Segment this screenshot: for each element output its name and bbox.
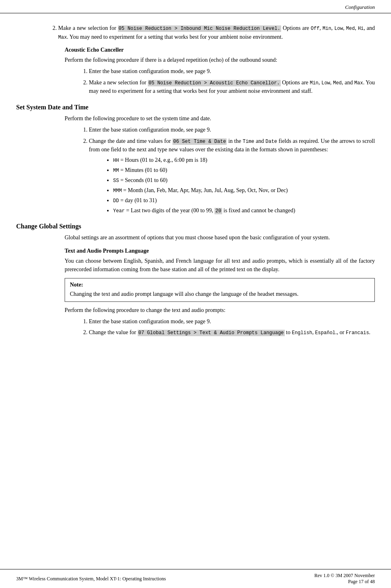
note-text: Changing the text and audio prompt langu… bbox=[70, 290, 370, 298]
text-audio-step2-text: to bbox=[286, 329, 290, 335]
text-audio-espanol: Español bbox=[315, 330, 335, 336]
intro-step2-low: Low bbox=[334, 26, 343, 31]
intro-step2-hi: Hi bbox=[358, 26, 364, 31]
note-box: Note: Changing the text and audio prompt… bbox=[65, 278, 375, 302]
main-content: Make a new selection for 05 Noise Reduct… bbox=[0, 13, 391, 372]
datetime-list: Enter the base station configuration mod… bbox=[81, 126, 375, 215]
datetime-step1: Enter the base station configuration mod… bbox=[89, 126, 375, 134]
datetime-time: Time bbox=[243, 139, 254, 144]
footer-rev: Rev 1.0 © 3M 2007 November bbox=[314, 573, 375, 579]
footer-left: 3M™ Wireless Communication System, Model… bbox=[16, 576, 166, 582]
page-container: Configuration Make a new selection for 0… bbox=[0, 0, 391, 588]
page-footer: 3M™ Wireless Communication System, Model… bbox=[0, 569, 391, 588]
note-title: Note: bbox=[70, 282, 370, 288]
acoustic-med: Med bbox=[333, 80, 342, 86]
acoustic-step2-intro: Make a new selection for bbox=[89, 80, 146, 86]
bullet-year: Year = Last two digits of the year (00 t… bbox=[113, 206, 375, 215]
text-audio-step2: Change the value for 07 Global Settings … bbox=[89, 328, 375, 337]
text-audio-english: English bbox=[292, 330, 312, 336]
year-fixed: 20 bbox=[214, 208, 222, 214]
datetime-and: and bbox=[256, 138, 264, 144]
bullet-dd: DD = day (01 to 31) bbox=[113, 196, 375, 205]
datetime-para: Perform the following procedure to set t… bbox=[65, 114, 375, 123]
bullet-mmm: MMM = Month (Jan, Feb, Mar, Apr, May, Ju… bbox=[113, 186, 375, 195]
datetime-step2-code: 06 Set Time & Date bbox=[172, 138, 227, 145]
global-heading: Change Global Settings bbox=[16, 223, 375, 230]
acoustic-step2-text: Options are bbox=[282, 80, 308, 86]
text-audio-list: Enter the base station configuration mod… bbox=[81, 317, 375, 337]
acoustic-step1: Enter the base station configuration mod… bbox=[89, 67, 375, 76]
global-para: Global settings are an assortment of opt… bbox=[65, 233, 375, 242]
acoustic-step2-code: 05 Noise Reduction > Acoustic Echo Cance… bbox=[148, 80, 281, 86]
datetime-step2-text: in the bbox=[228, 138, 241, 144]
text-audio-para: You can choose between English, Spanish,… bbox=[65, 257, 375, 274]
acoustic-max: Max bbox=[354, 80, 363, 86]
datetime-step2-intro: Change the date and time values for bbox=[89, 138, 171, 144]
acoustic-heading: Acoustic Echo Canceller bbox=[65, 47, 375, 53]
intro-step2-code: 05 Noise Reduction > Inbound Mic Noise R… bbox=[118, 25, 281, 32]
text-audio-para2: Perform the following procedure to chang… bbox=[65, 306, 375, 315]
intro-step2-max: Max bbox=[58, 35, 67, 40]
acoustic-min: Min bbox=[310, 80, 319, 86]
header-title: Configuration bbox=[345, 4, 375, 10]
bullet-ss: SS = Seconds (01 to 60) bbox=[113, 176, 375, 184]
text-audio-or: or bbox=[340, 329, 345, 335]
intro-step2-text1: Make a new selection for bbox=[58, 25, 116, 31]
page-header: Configuration bbox=[0, 0, 391, 13]
text-audio-heading: Text and Audio Prompts Language bbox=[65, 248, 375, 254]
text-audio-step2-intro: Change the value for bbox=[89, 329, 136, 335]
intro-step2-options-label: Options are bbox=[283, 25, 309, 31]
footer-right: Rev 1.0 © 3M 2007 November Page 17 of 48 bbox=[314, 573, 375, 585]
text-audio-francais: Francais bbox=[346, 330, 369, 336]
text-audio-step1: Enter the base station configuration mod… bbox=[89, 317, 375, 326]
intro-step2: Make a new selection for 05 Noise Reduct… bbox=[58, 24, 375, 41]
bullet-hh: HH = Hours (01 to 24, e.g., 6:00 pm is 1… bbox=[113, 156, 375, 164]
datetime-date: Date bbox=[265, 139, 277, 144]
datetime-step2: Change the date and time values for 06 S… bbox=[89, 137, 375, 215]
intro-step2-off: Off bbox=[311, 26, 320, 31]
datetime-heading: Set System Date and Time bbox=[16, 104, 375, 111]
datetime-bullet-list: HH = Hours (01 to 24, e.g., 6:00 pm is 1… bbox=[105, 156, 375, 215]
intro-step2-med: Med bbox=[346, 26, 355, 31]
intro-numbered-list: Make a new selection for 05 Noise Reduct… bbox=[48, 24, 375, 41]
bullet-mm: MM = Minutes (01 to 60) bbox=[113, 166, 375, 174]
intro-step2-min: Min bbox=[323, 26, 332, 31]
acoustic-list: Enter the base station configuration mod… bbox=[81, 67, 375, 96]
acoustic-para: Perform the following procedure if there… bbox=[65, 56, 375, 65]
acoustic-low: Low bbox=[322, 80, 330, 86]
text-audio-step2-code: 07 Global Settings > Text & Audio Prompt… bbox=[138, 330, 285, 336]
footer-page: Page 17 of 48 bbox=[314, 579, 375, 585]
acoustic-step2: Make a new selection for 05 Noise Reduct… bbox=[89, 78, 375, 96]
intro-step2-rest: You may need to experiment for a setting… bbox=[69, 34, 283, 40]
